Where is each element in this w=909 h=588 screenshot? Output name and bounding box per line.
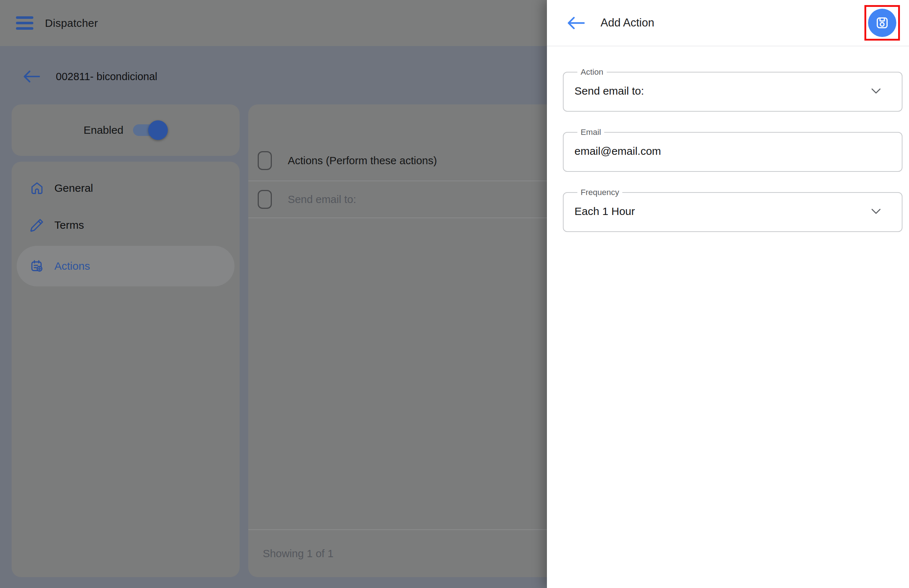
field-label: Email: [577, 128, 604, 137]
menu-icon[interactable]: [16, 16, 33, 30]
chevron-down-icon: [871, 88, 881, 94]
showing-count: Showing 1 of 1: [263, 548, 333, 560]
nav-item-label: General: [54, 182, 93, 194]
app-root: Dispatcher 002811- bicondicional Enabled: [0, 0, 909, 588]
action-select-value: Send email to:: [575, 85, 644, 97]
calendar-plus-icon: [30, 259, 44, 273]
back-icon[interactable]: [23, 70, 40, 83]
app-title: Dispatcher: [45, 17, 98, 29]
field-label: Action: [577, 68, 607, 76]
save-button[interactable]: [868, 9, 896, 37]
home-icon: [30, 181, 44, 195]
enabled-toggle[interactable]: [133, 123, 168, 137]
pencil-icon: [30, 218, 44, 233]
frequency-select-value: Each 1 Hour: [575, 205, 635, 218]
frequency-select[interactable]: Frequency Each 1 Hour: [563, 189, 903, 232]
page-title: 002811- bicondicional: [56, 71, 157, 82]
panel-title: Add Action: [601, 16, 654, 29]
add-action-panel: Add Action Action Send: [547, 0, 909, 588]
table-header-label: Actions (Perform these actions): [288, 154, 437, 167]
field-label: Frequency: [577, 189, 622, 197]
email-input[interactable]: [575, 145, 891, 157]
nav-item-general[interactable]: General: [11, 170, 240, 207]
nav-item-terms[interactable]: Terms: [11, 207, 240, 244]
chevron-down-icon: [871, 208, 881, 214]
nav-item-label: Actions: [54, 260, 90, 272]
row-checkbox[interactable]: [258, 190, 272, 209]
annotation-highlight-box: [864, 5, 900, 40]
section-nav: General Terms: [11, 162, 240, 577]
select-all-checkbox[interactable]: [258, 151, 272, 170]
enabled-card: Enabled: [11, 104, 240, 156]
panel-header: Add Action: [547, 0, 909, 47]
table-row-label: Send email to:: [288, 193, 356, 205]
save-icon: [875, 15, 890, 31]
panel-body: Action Send email to: Email Frequency Ea…: [547, 47, 909, 249]
action-select[interactable]: Action Send email to:: [563, 68, 903, 111]
arrow-left-icon[interactable]: [567, 16, 584, 30]
enabled-label: Enabled: [83, 124, 123, 136]
toggle-thumb: [148, 120, 168, 140]
email-field: Email: [563, 128, 903, 172]
nav-item-actions[interactable]: Actions: [17, 246, 234, 286]
nav-item-label: Terms: [54, 219, 84, 231]
left-column: Enabled General: [11, 104, 240, 577]
